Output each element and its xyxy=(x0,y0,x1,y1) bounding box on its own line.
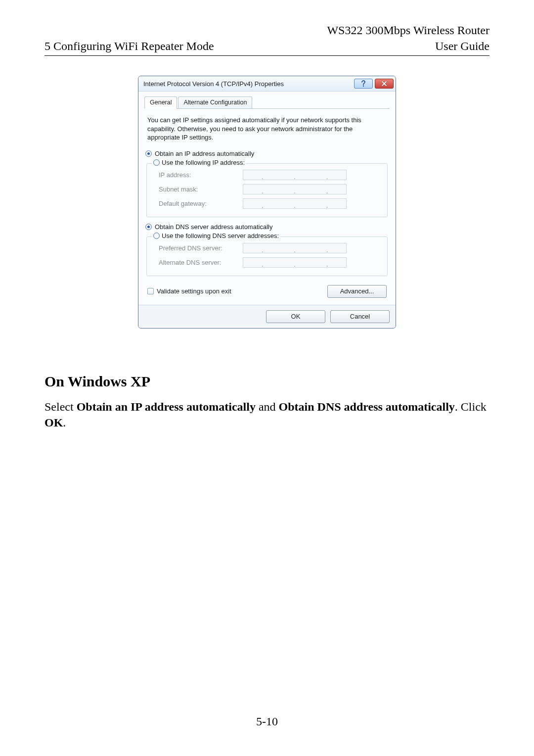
help-button[interactable] xyxy=(354,79,373,89)
close-icon xyxy=(381,81,387,87)
validate-settings-checkbox[interactable]: Validate settings upon exit xyxy=(147,287,231,295)
subnet-mask-label: Subnet mask: xyxy=(152,186,243,193)
close-button[interactable] xyxy=(375,79,394,89)
page-header: WS322 300Mbps Wireless Router 5 Configur… xyxy=(44,23,490,56)
alternate-dns-label: Alternate DNS server: xyxy=(152,259,243,266)
section-heading: On Windows XP xyxy=(44,373,490,390)
product-title: WS322 300Mbps Wireless Router xyxy=(44,23,490,38)
tab-alternate-configuration[interactable]: Alternate Configuration xyxy=(178,96,252,108)
tab-general[interactable]: General xyxy=(144,96,177,109)
subnet-mask-input[interactable]: ... xyxy=(243,184,347,194)
radio-ip-auto-label: Obtain an IP address automatically xyxy=(155,150,254,157)
help-icon xyxy=(361,80,366,87)
instruction-paragraph: Select Obtain an IP address automaticall… xyxy=(44,399,490,431)
validate-settings-label: Validate settings upon exit xyxy=(157,287,231,295)
titlebar: Internet Protocol Version 4 (TCP/IPv4) P… xyxy=(138,76,396,92)
alternate-dns-input[interactable]: ... xyxy=(243,257,347,268)
chapter-title: 5 Configuring WiFi Repeater Mode xyxy=(44,39,214,53)
tab-strip: General Alternate Configuration xyxy=(144,96,390,109)
ip-manual-group: Use the following IP address: IP address… xyxy=(146,163,388,217)
ip-address-input[interactable]: ... xyxy=(243,170,347,180)
advanced-button[interactable]: Advanced... xyxy=(327,285,387,298)
dns-manual-group: Use the following DNS server addresses: … xyxy=(146,236,388,276)
preferred-dns-label: Preferred DNS server: xyxy=(152,244,243,252)
ok-button[interactable]: OK xyxy=(266,310,325,323)
radio-dns-manual-label: Use the following DNS server addresses: xyxy=(162,232,279,239)
cancel-button[interactable]: Cancel xyxy=(330,310,390,323)
radio-unselected-icon xyxy=(153,233,160,239)
radio-selected-icon xyxy=(145,150,152,157)
radio-ip-manual[interactable]: Use the following IP address: xyxy=(152,159,246,166)
radio-ip-manual-label: Use the following IP address: xyxy=(162,159,245,166)
page-number: 5-10 xyxy=(0,715,534,728)
intro-text: You can get IP settings assigned automat… xyxy=(144,114,390,149)
dialog-footer: OK Cancel xyxy=(138,305,396,328)
radio-unselected-icon xyxy=(153,159,160,166)
radio-selected-icon xyxy=(145,224,152,230)
checkbox-icon xyxy=(147,288,154,294)
preferred-dns-input[interactable]: ... xyxy=(243,243,347,253)
radio-dns-manual[interactable]: Use the following DNS server addresses: xyxy=(152,232,280,239)
default-gateway-label: Default gateway: xyxy=(152,200,243,207)
ipv4-properties-dialog: Internet Protocol Version 4 (TCP/IPv4) P… xyxy=(138,76,396,329)
doc-type: User Guide xyxy=(435,39,490,53)
ip-address-label: IP address: xyxy=(152,171,243,179)
dialog-figure: Internet Protocol Version 4 (TCP/IPv4) P… xyxy=(44,76,490,329)
radio-dns-auto-label: Obtain DNS server address automatically xyxy=(155,223,272,231)
default-gateway-input[interactable]: ... xyxy=(243,198,347,209)
dialog-title: Internet Protocol Version 4 (TCP/IPv4) P… xyxy=(143,80,354,88)
